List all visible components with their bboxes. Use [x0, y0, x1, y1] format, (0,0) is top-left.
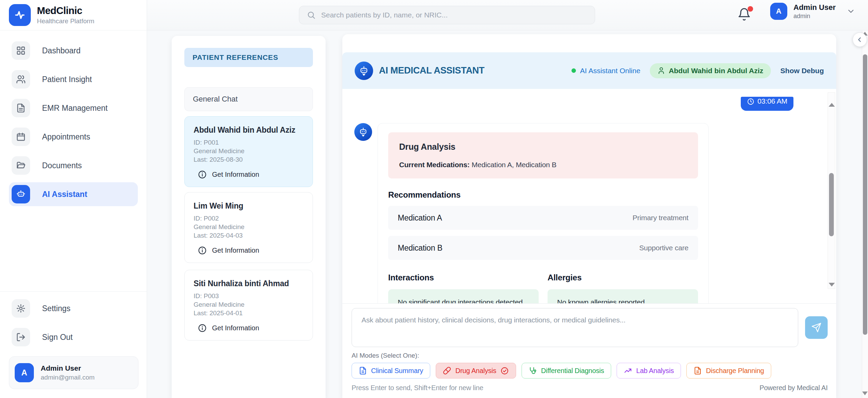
dashboard-icon	[12, 41, 30, 60]
user-message-timestamp-chip: 03:06 AM	[741, 97, 793, 111]
profile-name: Admin User	[41, 364, 95, 372]
get-information-button[interactable]: Get Information	[194, 246, 304, 255]
general-chat-item[interactable]: General Chat	[184, 87, 313, 111]
drug-analysis-title: Drug Analysis	[399, 142, 687, 152]
medication-name: Medication B	[398, 243, 443, 253]
show-debug-link[interactable]: Show Debug	[780, 67, 824, 75]
mode-clinical-summary[interactable]: Clinical Summary	[352, 363, 430, 379]
current-medications-value: Medication A, Medication B	[472, 161, 556, 169]
sidebar-item-ai-assistant[interactable]: AI Assistant	[9, 182, 138, 206]
ai-message-row: Drug Analysis Current Medications:Medica…	[354, 123, 836, 303]
get-information-button[interactable]: Get Information	[194, 170, 304, 179]
get-information-label: Get Information	[212, 247, 259, 254]
mode-differential-diagnosis[interactable]: Differential Diagnosis	[522, 363, 611, 379]
pulse-icon	[14, 9, 26, 21]
patient-card-p003[interactable]: Siti Nurhaliza binti Ahmad ID: P003 Gene…	[184, 270, 313, 341]
general-chat-label: General Chat	[193, 95, 238, 104]
patient-name: Abdul Wahid bin Abdul Aziz	[194, 125, 304, 135]
recommendations-title: Recommendations	[388, 190, 698, 200]
patient-id: ID: P001	[194, 138, 304, 147]
sidebar-profile-card[interactable]: A Admin User admin@gmail.com	[9, 356, 139, 389]
sidebar-item-emr-management[interactable]: EMR Management	[9, 96, 138, 120]
patient-name: Siti Nurhaliza binti Ahmad	[194, 279, 304, 288]
online-dot-icon	[571, 68, 576, 73]
chat-message-area[interactable]: 03:06 AM Drug Analysis Current Medicatio…	[342, 89, 836, 303]
allergies-section: Allergies No known allergies reported	[548, 273, 698, 303]
info-icon	[198, 246, 207, 255]
scroll-up-arrow-icon[interactable]	[829, 103, 835, 107]
sidebar-item-patient-insight[interactable]: Patient Insight	[9, 67, 138, 91]
brand-name: MedClinic	[37, 5, 94, 16]
mode-label: Clinical Summary	[371, 367, 423, 375]
current-medications-line: Current Medications:Medication A, Medica…	[399, 161, 687, 169]
brand-logo	[9, 4, 31, 26]
notifications-button[interactable]	[737, 8, 752, 23]
search-input[interactable]	[321, 11, 587, 19]
sidebar-item-signout[interactable]: Sign Out	[9, 325, 138, 349]
drug-analysis-box: Drug Analysis Current Medications:Medica…	[388, 132, 698, 178]
patient-id: ID: P002	[194, 214, 304, 223]
chevron-left-icon	[856, 36, 864, 43]
scroll-down-arrow-icon[interactable]	[862, 392, 868, 395]
ai-status-label: AI Assistant Online	[580, 67, 640, 75]
mode-discharge-planning[interactable]: Discharge Planning	[686, 363, 771, 379]
ai-status: AI Assistant Online	[571, 67, 640, 75]
search-icon	[307, 11, 316, 19]
users-icon	[12, 70, 30, 89]
send-hint: Press Enter to send, Shift+Enter for new…	[352, 384, 483, 392]
sidebar-item-label: Patient Insight	[42, 75, 92, 84]
brand-tagline: Healthcare Platform	[37, 17, 94, 25]
send-icon	[811, 322, 821, 333]
topbar: A Admin User admin	[147, 0, 868, 30]
recommendation-row: Medication A Primary treatment	[388, 206, 698, 230]
sidebar-nav: Dashboard Patient Insight EMR Management…	[0, 30, 147, 206]
patient-card-p002[interactable]: Lim Wei Ming ID: P002 General Medicine L…	[184, 192, 313, 263]
mode-label: Lab Analysis	[636, 367, 674, 375]
search-box	[299, 6, 595, 24]
patient-meta: ID: P002 General Medicine Last: 2025-04-…	[194, 214, 304, 240]
patient-meta: ID: P001 General Medicine Last: 2025-08-…	[194, 138, 304, 164]
active-patient-badge[interactable]: Abdul Wahid bin Abdul Aziz	[650, 63, 771, 78]
chevron-down-icon	[846, 7, 855, 16]
collapse-panel-button[interactable]	[853, 32, 867, 47]
patient-card-p001[interactable]: Abdul Wahid bin Abdul Aziz ID: P001 Gene…	[184, 116, 313, 187]
sidebar-item-label: EMR Management	[42, 104, 108, 113]
trending-up-icon	[624, 367, 632, 375]
chat-top-strip	[342, 34, 836, 52]
sidebar-item-label: AI Assistant	[42, 190, 87, 199]
patient-references-title: PATIENT REFERENCES	[184, 48, 313, 67]
window-scrollbar[interactable]	[862, 30, 868, 398]
active-patient-name: Abdul Wahid bin Abdul Aziz	[669, 67, 763, 75]
user-menu[interactable]: A Admin User admin	[770, 3, 855, 20]
sidebar: MedClinic Healthcare Platform Dashboard …	[0, 0, 147, 398]
chat-scrollbar[interactable]	[828, 92, 835, 289]
user-name: Admin User	[793, 3, 836, 12]
logout-icon	[12, 328, 30, 346]
file-text-icon	[12, 99, 30, 117]
chat-input[interactable]	[352, 308, 798, 347]
ai-modes-label: AI Modes (Select One):	[352, 352, 828, 359]
ai-message-card: Drug Analysis Current Medications:Medica…	[378, 123, 709, 303]
chat-input-section: AI Modes (Select One): Clinical Summary …	[342, 303, 836, 398]
sidebar-item-appointments[interactable]: Appointments	[9, 125, 138, 149]
scrollbar-thumb[interactable]	[863, 54, 867, 335]
sidebar-item-label: Settings	[42, 304, 70, 313]
powered-by: Powered by Medical AI	[760, 384, 828, 392]
mode-drug-analysis-selected[interactable]: Drug Analysis	[436, 363, 516, 379]
sidebar-item-documents[interactable]: Documents	[9, 154, 138, 177]
get-information-label: Get Information	[212, 324, 259, 332]
notification-dot	[748, 6, 753, 12]
folder-open-icon	[12, 156, 30, 175]
mode-lab-analysis[interactable]: Lab Analysis	[617, 363, 681, 379]
scrollbar-thumb[interactable]	[829, 173, 834, 236]
scroll-down-arrow-icon[interactable]	[829, 283, 835, 287]
sidebar-item-dashboard[interactable]: Dashboard	[9, 39, 138, 63]
chat-title: AI MEDICAL ASSISTANT	[379, 65, 485, 76]
medication-note: Primary treatment	[633, 214, 688, 222]
get-information-button[interactable]: Get Information	[194, 323, 304, 333]
medication-name: Medication A	[398, 213, 442, 223]
timestamp-label: 03:06 AM	[758, 97, 787, 111]
patient-id: ID: P003	[194, 292, 304, 300]
sidebar-item-settings[interactable]: Settings	[9, 296, 138, 320]
send-button[interactable]	[805, 316, 828, 339]
